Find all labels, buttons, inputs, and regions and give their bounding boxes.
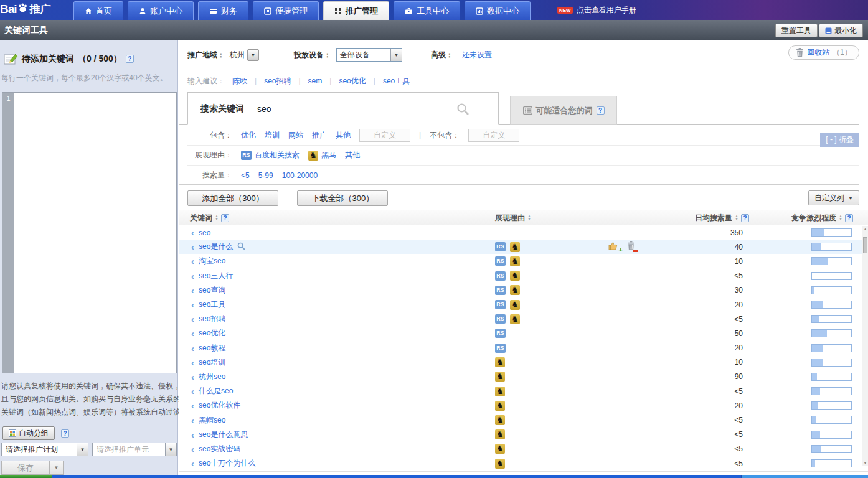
scrollbar-thumb[interactable] [863, 237, 867, 253]
reason-other-link[interactable]: 其他 [345, 150, 360, 161]
chevron-down-icon[interactable]: ▼ [165, 443, 176, 456]
keyword-link[interactable]: seo教程 [199, 343, 225, 354]
keyword-link[interactable]: seo培训 [199, 357, 225, 368]
help-icon[interactable]: ? [741, 214, 749, 222]
filter-include-option[interactable]: 网站 [288, 130, 303, 141]
help-icon[interactable]: ? [845, 214, 853, 222]
chevron-down-icon[interactable]: ▼ [77, 443, 88, 456]
auto-group-button[interactable]: 自动分组 [2, 426, 55, 440]
nav-tab-data-center[interactable]: 数据中心 [465, 1, 531, 20]
filter-include-option[interactable]: 其他 [336, 130, 351, 141]
keyword-link[interactable]: seo [199, 228, 210, 237]
add-keyword-chevron-icon[interactable]: ‹ [191, 271, 194, 281]
keyword-search-input[interactable] [252, 100, 473, 118]
keyword-link[interactable]: seo实战密码 [199, 444, 240, 454]
keyword-link[interactable]: seo优化 [199, 328, 225, 339]
vertical-scrollbar[interactable]: ▲ ▼ [862, 226, 868, 466]
keyword-link[interactable]: 什么是seo [199, 386, 233, 396]
keyword-link[interactable]: 淘宝seo [199, 256, 225, 266]
include-custom-button[interactable]: 自定义 [359, 129, 410, 142]
help-icon[interactable]: ? [126, 55, 134, 63]
sort-icon[interactable]: ▲▼ [215, 215, 219, 221]
add-keyword-chevron-icon[interactable]: ‹ [191, 459, 194, 468]
add-keyword-chevron-icon[interactable]: ‹ [191, 372, 194, 382]
add-keyword-chevron-icon[interactable]: ‹ [191, 444, 194, 454]
sort-icon[interactable]: ▲▼ [527, 215, 531, 221]
thumbs-up-add-icon[interactable]: + [608, 241, 618, 252]
add-keyword-chevron-icon[interactable]: ‹ [191, 430, 194, 439]
nav-tab-quick-manage[interactable]: 便捷管理 [253, 1, 319, 20]
unit-select[interactable]: 请选择推广单元 ▼ [92, 443, 177, 456]
add-keyword-chevron-icon[interactable]: ‹ [191, 286, 194, 295]
suitable-words-tab[interactable]: 可能适合您的词 ? [510, 96, 617, 125]
volume-option[interactable]: 5-99 [258, 171, 273, 180]
row-search-icon[interactable] [237, 242, 245, 252]
add-keyword-chevron-icon[interactable]: ‹ [191, 314, 194, 324]
filter-include-option[interactable]: 优化 [241, 130, 256, 141]
add-all-button[interactable]: 添加全部（300） [187, 190, 278, 206]
add-keyword-chevron-icon[interactable]: ‹ [191, 344, 194, 353]
minimize-button[interactable]: 最小化 [819, 24, 863, 37]
keyword-link[interactable]: 杭州seo [199, 372, 225, 382]
search-icon[interactable] [456, 103, 469, 118]
help-icon[interactable]: ? [597, 106, 605, 115]
suggestion-link[interactable]: seo招聘 [264, 76, 291, 87]
start-button-sliver[interactable] [0, 475, 52, 478]
keyword-link[interactable]: seo查询 [199, 285, 225, 296]
keyword-link[interactable]: seo十万个为什么 [199, 458, 255, 469]
user-manual-link[interactable]: 点击查看用户手册 [577, 5, 636, 16]
suggestion-link[interactable]: 陈欧 [232, 76, 247, 87]
add-keyword-chevron-icon[interactable]: ‹ [191, 401, 194, 410]
add-keyword-chevron-icon[interactable]: ‹ [191, 256, 194, 266]
filter-include-option[interactable]: 培训 [265, 130, 280, 141]
advanced-not-set-link[interactable]: 还未设置 [462, 50, 492, 60]
nav-tab-finance[interactable]: 财务 [198, 1, 248, 20]
custom-columns-button[interactable]: 自定义列 ▼ [808, 190, 859, 205]
keyword-link[interactable]: seo工具 [199, 299, 225, 310]
keywords-textarea[interactable] [14, 93, 176, 373]
add-keyword-chevron-icon[interactable]: ‹ [191, 228, 194, 237]
suggestion-link[interactable]: seo工具 [383, 76, 410, 87]
volume-option[interactable]: 100-20000 [282, 171, 318, 180]
plan-select[interactable]: 请选择推广计划 ▼ [1, 443, 88, 456]
reason-rs-link[interactable]: RS 百度相关搜索 [241, 150, 300, 161]
nav-tab-account[interactable]: 账户中心 [128, 1, 194, 20]
device-select[interactable]: 全部设备 ▼ [336, 48, 402, 62]
delete-trash-icon[interactable] [627, 241, 635, 252]
help-icon[interactable]: ? [61, 429, 69, 438]
exclude-custom-button[interactable]: 自定义 [468, 129, 519, 142]
help-icon[interactable]: ? [221, 214, 229, 222]
volume-option[interactable]: <5 [241, 171, 250, 180]
column-header-competition[interactable]: 竞争激烈程度 [791, 213, 836, 223]
reason-heima-link[interactable]: ♞ 黑马 [308, 150, 336, 161]
sort-icon[interactable]: ▲▼ [839, 215, 842, 221]
recycle-bin-button[interactable]: 回收站 （1） [788, 45, 859, 60]
system-tray-sliver[interactable] [741, 475, 868, 478]
scroll-down-icon[interactable]: ▼ [862, 460, 868, 466]
keyword-link[interactable]: seo是什么 [199, 241, 233, 252]
scroll-up-icon[interactable]: ▲ [862, 226, 868, 232]
keyword-link[interactable]: 黑帽seo [199, 415, 225, 426]
suggestion-link[interactable]: seo优化 [339, 76, 366, 87]
nav-tab-home[interactable]: 首页 [73, 1, 123, 20]
collapse-button[interactable]: [ - ] 折叠 [820, 133, 859, 147]
keyword-link[interactable]: seo三人行 [199, 271, 233, 281]
taskbar-strip[interactable] [52, 475, 741, 478]
keyword-link[interactable]: seo招聘 [199, 314, 225, 324]
add-keyword-chevron-icon[interactable]: ‹ [191, 387, 194, 396]
reset-tool-button[interactable]: 重置工具 [775, 24, 818, 37]
filter-include-option[interactable]: 推广 [312, 130, 327, 141]
add-keyword-chevron-icon[interactable]: ‹ [191, 416, 194, 425]
sort-icon[interactable]: ▲▼ [735, 215, 738, 221]
region-dropdown-button[interactable]: ▼ [247, 49, 259, 61]
column-header-keyword[interactable]: 关键词 [190, 213, 212, 223]
keyword-link[interactable]: seo优化软件 [199, 400, 240, 411]
nav-tab-promotion-manage[interactable]: 推广管理 [323, 1, 389, 20]
chevron-down-icon[interactable]: ▼ [390, 49, 402, 61]
suggestion-link[interactable]: sem [308, 77, 323, 85]
column-header-volume[interactable]: 日均搜索量 [695, 213, 732, 223]
add-keyword-chevron-icon[interactable]: ‹ [191, 242, 194, 251]
save-button[interactable]: 保存 [1, 461, 50, 475]
download-all-button[interactable]: 下载全部（300） [297, 190, 388, 206]
add-keyword-chevron-icon[interactable]: ‹ [191, 358, 194, 367]
